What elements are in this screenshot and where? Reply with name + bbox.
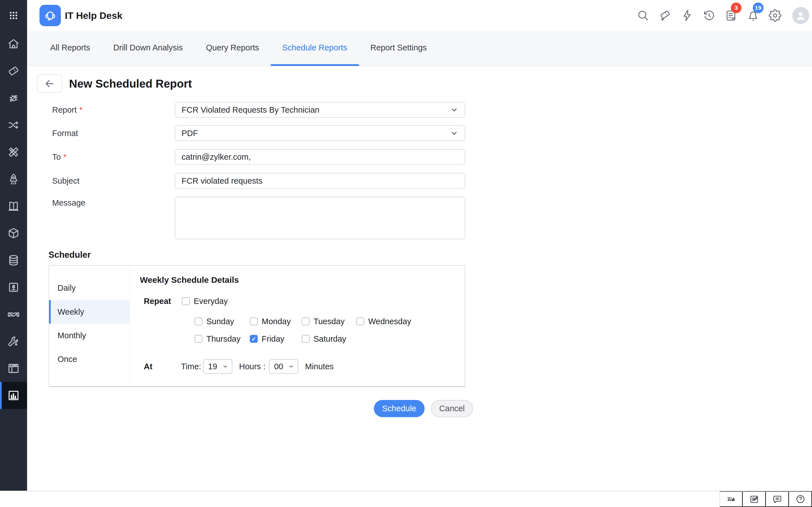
tab-query-reports[interactable]: Query Reports bbox=[194, 31, 271, 66]
sidebar-item-changes[interactable] bbox=[0, 112, 27, 138]
rocket-icon bbox=[7, 173, 20, 186]
layout-icon bbox=[7, 362, 20, 375]
search-icon[interactable] bbox=[637, 9, 650, 22]
checkbox-icon bbox=[302, 335, 310, 343]
zia-icon[interactable] bbox=[719, 491, 743, 507]
sidebar-item-assets[interactable] bbox=[0, 220, 27, 247]
report-tabs: All Reports Drill Down Analysis Query Re… bbox=[27, 31, 812, 66]
settings-icon[interactable] bbox=[769, 9, 781, 22]
app-logo[interactable] bbox=[40, 5, 61, 26]
tab-schedule-reports[interactable]: Schedule Reports bbox=[271, 31, 359, 66]
cube-icon bbox=[7, 227, 20, 240]
checkbox-icon bbox=[302, 318, 310, 325]
back-button[interactable] bbox=[37, 74, 62, 93]
help-icon[interactable] bbox=[789, 491, 812, 507]
report-select[interactable]: FCR Violated Requests By Technician bbox=[175, 102, 465, 118]
tab-drill-down-analysis[interactable]: Drill Down Analysis bbox=[102, 31, 195, 66]
chat-icon[interactable] bbox=[766, 491, 789, 507]
bug-icon bbox=[7, 92, 20, 105]
quick-actions-icon[interactable] bbox=[680, 9, 694, 22]
footer-bar bbox=[0, 491, 812, 507]
chevron-down-icon bbox=[450, 129, 458, 137]
day-checkbox-wednesday[interactable]: Wednesday bbox=[356, 315, 411, 328]
home-icon bbox=[7, 38, 20, 50]
checkbox-icon bbox=[250, 318, 258, 325]
checkbox-icon bbox=[195, 318, 202, 325]
sidebar-item-admin[interactable] bbox=[0, 328, 27, 355]
day-checkbox-thursday[interactable]: Thursday bbox=[195, 332, 241, 346]
add-ticket-icon[interactable] bbox=[659, 9, 672, 22]
day-checkbox-tuesday[interactable]: Tuesday bbox=[302, 315, 345, 328]
chevron-down-icon bbox=[222, 363, 229, 370]
apps-grid-icon[interactable] bbox=[0, 9, 27, 22]
back-arrow-icon bbox=[44, 78, 55, 89]
at-label: At bbox=[144, 359, 153, 374]
topbar: IT Help Desk 3 19 bbox=[27, 0, 812, 31]
sidebar-item-requests[interactable] bbox=[0, 57, 27, 84]
sidebar-item-projects[interactable] bbox=[0, 138, 27, 166]
format-label: Format bbox=[52, 125, 78, 141]
scheduler-options: Daily Weekly Monthly Once bbox=[49, 266, 130, 386]
message-textarea[interactable] bbox=[175, 196, 465, 239]
checkbox-icon bbox=[356, 318, 364, 325]
tasks-icon[interactable]: 3 bbox=[725, 9, 738, 22]
notifications-icon[interactable]: 19 bbox=[747, 9, 760, 22]
database-icon bbox=[7, 254, 20, 267]
scheduler-box: Daily Weekly Monthly Once Weekly Schedul… bbox=[49, 265, 465, 387]
tab-report-settings[interactable]: Report Settings bbox=[359, 31, 439, 66]
checkbox-icon bbox=[182, 297, 190, 305]
day-checkbox-saturday[interactable]: Saturday bbox=[302, 332, 346, 346]
book-icon bbox=[7, 200, 20, 213]
tab-all-reports[interactable]: All Reports bbox=[39, 31, 102, 66]
required-asterisk: * bbox=[63, 152, 66, 162]
day-checkbox-monday[interactable]: Monday bbox=[250, 315, 291, 328]
chevron-down-icon bbox=[288, 363, 294, 370]
app-window: IT Help Desk 3 19 bbox=[0, 0, 812, 507]
scheduler-option-monthly[interactable]: Monthly bbox=[49, 324, 130, 347]
scheduler-option-daily[interactable]: Daily bbox=[49, 276, 130, 300]
sidebar-item-solutions[interactable] bbox=[0, 193, 27, 220]
topbar-actions: 3 19 bbox=[637, 0, 812, 31]
history-icon[interactable] bbox=[703, 9, 716, 22]
to-input[interactable] bbox=[175, 149, 465, 165]
chevron-down-icon bbox=[450, 106, 458, 114]
time-label: Time: bbox=[181, 359, 201, 374]
feedback-icon[interactable] bbox=[743, 491, 766, 507]
billing-icon bbox=[7, 281, 20, 294]
sidebar-item-dashboard[interactable] bbox=[0, 355, 27, 382]
shuffle-icon bbox=[7, 119, 20, 131]
sidebar-item-cmdb[interactable] bbox=[0, 247, 27, 274]
ticket-icon bbox=[7, 64, 20, 77]
avatar[interactable] bbox=[792, 7, 809, 24]
repeat-label: Repeat bbox=[144, 294, 171, 308]
sidebar bbox=[0, 0, 27, 491]
day-checkbox-friday[interactable]: Friday bbox=[250, 332, 285, 346]
app-title: IT Help Desk bbox=[65, 0, 122, 31]
format-select[interactable]: PDF bbox=[175, 125, 465, 141]
sidebar-item-home[interactable] bbox=[0, 31, 27, 57]
subject-label: Subject bbox=[52, 173, 80, 189]
schedule-button[interactable]: Schedule bbox=[374, 400, 424, 417]
sidebar-item-purchase[interactable] bbox=[0, 274, 27, 301]
sidebar-item-contracts[interactable] bbox=[0, 301, 27, 328]
checkbox-icon bbox=[195, 335, 202, 343]
sidebar-item-problems[interactable] bbox=[0, 84, 27, 112]
sidebar-item-reports[interactable] bbox=[0, 382, 27, 409]
footer-tools bbox=[719, 491, 812, 507]
weekly-schedule-details-heading: Weekly Schedule Details bbox=[140, 274, 239, 286]
hours-label: Hours : bbox=[239, 359, 265, 374]
tasks-badge: 3 bbox=[731, 3, 742, 13]
scheduler-option-once[interactable]: Once bbox=[49, 347, 130, 371]
cancel-button[interactable]: Cancel bbox=[431, 400, 473, 417]
sidebar-item-releases[interactable] bbox=[0, 166, 27, 193]
minute-select[interactable]: 00 bbox=[269, 359, 298, 374]
everyday-checkbox[interactable]: Everyday bbox=[182, 294, 228, 308]
scheduler-option-weekly[interactable]: Weekly bbox=[49, 300, 130, 324]
subject-input[interactable] bbox=[175, 173, 465, 189]
to-label: To* bbox=[52, 149, 66, 165]
page-title: New Scheduled Report bbox=[69, 74, 192, 93]
required-asterisk: * bbox=[79, 105, 82, 115]
sidebar-nav bbox=[0, 31, 27, 409]
hour-select[interactable]: 19 bbox=[203, 359, 232, 374]
day-checkbox-sunday[interactable]: Sunday bbox=[195, 315, 234, 328]
